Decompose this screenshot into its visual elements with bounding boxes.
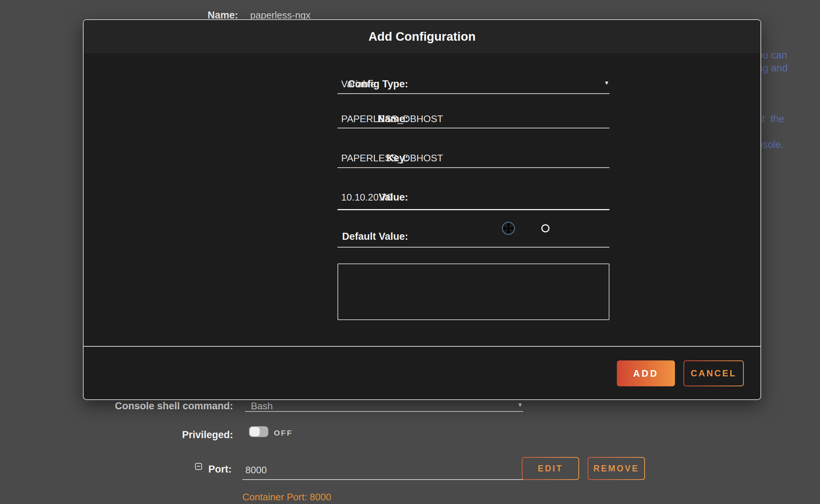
name-underline [337,128,609,128]
remove-button[interactable]: REMOVE [588,457,645,480]
config-type-underline [337,93,609,94]
toggle-knob-icon [250,427,260,436]
edit-button[interactable]: EDIT [522,457,579,480]
chevron-down-icon[interactable]: ▼ [604,80,609,85]
dialog-title: Add Configuration [84,20,760,53]
default-value-label: Default Value: [239,231,408,242]
port-label: Port: [208,464,232,475]
value-input[interactable]: 10.10.20.70 [341,192,392,203]
cancel-button[interactable]: CANCEL [683,360,744,386]
bg-help-text-fragment: st the [757,113,784,125]
collapse-icon[interactable] [195,463,202,470]
page: Name: paperless-ngx ou can ng and st the… [0,0,820,504]
privileged-state: OFF [274,429,293,437]
dialog-header: Add Configuration [84,20,760,53]
value-underline [337,209,609,210]
name-input[interactable]: PAPERLESS_DBHOST [341,113,443,125]
port-underline [242,479,523,480]
bg-help-text-fragment: ng and [757,63,788,74]
config-type-select[interactable]: Variable [341,78,376,90]
privileged-toggle[interactable] [249,426,268,437]
config-type-label: Config Type: [239,78,408,90]
container-port-note: Container Port: 8000 [242,491,331,503]
port-input[interactable]: 8000 [245,464,267,476]
selection-handle-icon [541,224,550,232]
console-shell-label: Console shell command: [74,400,233,412]
move-cursor-icon [501,221,516,236]
privileged-label: Privileged: [74,429,233,441]
bg-help-text-fragment: ou can [757,50,787,61]
key-input[interactable]: PAPERLESS_DBHOST [341,152,443,164]
add-button[interactable]: ADD [617,360,675,386]
console-shell-select[interactable]: Bash [251,400,273,412]
default-value-underline [337,247,609,248]
key-underline [337,167,609,168]
chevron-down-icon[interactable]: ▼ [517,402,523,407]
description-textarea[interactable] [337,263,609,320]
console-shell-underline [245,411,523,412]
add-configuration-dialog: Add Configuration Config Type: Variable … [83,19,761,400]
footer-divider [84,346,760,347]
